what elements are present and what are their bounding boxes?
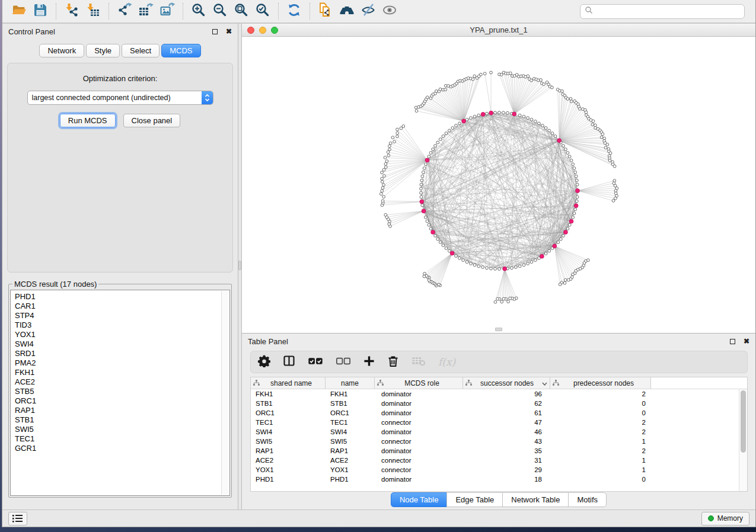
run-mcds-button[interactable]: Run MCDS [60,114,116,127]
window-zoom-icon[interactable] [271,27,278,34]
export-image-icon [160,2,175,20]
eye-button[interactable] [379,2,400,21]
table-row[interactable]: YOX1YOX1connector291 [251,465,747,475]
mcds-result-title: MCDS result (17 nodes) [12,280,98,289]
vertical-splitter[interactable] [238,24,242,509]
table-row[interactable]: RAP1RAP1dominator352 [251,446,747,456]
mcds-node-item[interactable]: PHD1 [15,292,229,302]
mcds-result-list[interactable]: PHD1CAR1STP4TID3YOX1SWI4SRD1PMA2FKH1ACE2… [10,290,230,496]
splitter-handle[interactable] [238,261,241,270]
export-image-button[interactable] [157,2,178,21]
delete-table-button[interactable] [412,355,426,369]
mcds-node-item[interactable]: CAR1 [15,302,229,311]
settings-button[interactable] [258,355,270,369]
column-header-MCDS-role[interactable]: MCDS role [375,377,463,389]
cell: 31 [463,457,550,464]
tab-network-table[interactable]: Network Table [502,492,569,507]
export-table-button[interactable] [135,2,157,21]
close-panel-icon[interactable]: ✖ [226,28,232,35]
column-header-successor-nodes[interactable]: successor nodes [463,377,550,389]
mcds-node-item[interactable]: STP4 [15,311,229,321]
close-panel-button[interactable]: Close panel [123,114,181,127]
tab-edge-table[interactable]: Edge Table [446,492,503,507]
mcds-node-item[interactable]: ORC1 [15,396,229,406]
mcds-node-item[interactable]: TEC1 [15,434,229,444]
binoculars-button[interactable] [336,2,358,21]
mcds-node-item[interactable]: STB1 [15,415,229,425]
mcds-node-item[interactable]: TID3 [15,321,229,330]
table-row[interactable]: ACE2ACE2connector311 [251,456,747,465]
table-tabs: Node TableEdge TableNetwork TableMotifs [242,492,755,509]
delete-columns-button[interactable] [387,355,399,369]
mcds-node-item[interactable]: SRD1 [15,349,229,358]
mcds-node-item[interactable]: ACE2 [15,377,229,387]
criterion-selected-value: largest connected component (undirected) [28,94,202,102]
table-scrollbar[interactable] [739,389,747,491]
mcds-node-item[interactable]: SWI5 [15,425,229,434]
hide-slash-button[interactable] [358,2,379,21]
deselect-all-button[interactable] [336,355,351,369]
column-header-shared-name[interactable]: shared name [251,377,326,389]
horizontal-splitter-handle[interactable] [495,328,502,331]
tab-style[interactable]: Style [86,44,120,57]
add-column-button[interactable] [363,355,375,369]
float-panel-icon[interactable] [212,29,218,34]
float-table-panel-icon[interactable] [730,339,735,344]
mcds-node-item[interactable]: RAP1 [15,406,229,415]
table-row[interactable]: STB1STB1dominator620 [251,399,747,408]
cell: SWI4 [326,428,375,435]
table-row[interactable]: FKH1FKH1dominator962 [251,389,747,399]
tab-motifs[interactable]: Motifs [568,492,607,507]
import-table-button[interactable] [82,2,104,21]
cell: 96 [463,390,550,398]
mcds-list-scrollbar[interactable] [221,291,229,495]
search-input[interactable] [580,4,745,19]
tab-network[interactable]: Network [39,44,84,57]
table-row[interactable]: ORC1ORC1dominator610 [251,408,747,418]
mcds-node-item[interactable]: PMA2 [15,358,229,368]
network-canvas[interactable] [242,37,755,333]
tab-select[interactable]: Select [122,44,160,57]
select-all-button[interactable] [308,355,323,369]
zoom-fit-button[interactable] [231,2,252,21]
refresh-button[interactable] [283,2,305,21]
mcds-node-item[interactable]: YOX1 [15,330,229,339]
network-graph[interactable] [242,37,756,334]
table-scrollbar-thumb[interactable] [741,390,746,453]
table-row[interactable]: SWI4SWI4dominator462 [251,427,747,437]
save-button[interactable] [30,2,51,21]
optimization-criterion-select[interactable]: largest connected component (undirected) [27,91,213,105]
mcds-node-item[interactable]: GCR1 [15,444,229,453]
cell: 1 [550,457,651,464]
import-network-button[interactable] [61,2,82,21]
mcds-node-item[interactable]: STB5 [15,387,229,396]
duplicate-network-button[interactable] [315,2,336,21]
zoom-in-button[interactable] [188,2,209,21]
table-row[interactable]: SWI5SWI5connector431 [251,437,747,446]
column-type-icon [253,379,260,387]
column-header-predecessor-nodes[interactable]: predecessor nodes [550,377,651,389]
zoom-fit-icon [234,2,249,20]
zoom-selected-button[interactable] [252,2,273,21]
close-table-panel-icon[interactable]: ✖ [744,338,749,345]
window-close-icon[interactable] [247,27,254,34]
show-column-button[interactable] [283,355,295,369]
window-minimize-icon[interactable] [259,27,266,34]
tab-mcds[interactable]: MCDS [161,44,200,57]
function-builder-button[interactable]: f(x) [438,355,455,369]
deselect-all-icon [336,356,351,368]
zoom-out-button[interactable] [209,2,231,21]
memory-button[interactable]: Memory [701,512,749,525]
task-history-button[interactable] [8,512,27,525]
cell: 29 [463,466,550,473]
export-network-button[interactable] [114,2,135,21]
cell: connector [375,438,463,445]
mcds-node-item[interactable]: SWI4 [15,339,229,349]
column-header-name[interactable]: name [326,377,375,389]
tab-node-table[interactable]: Node Table [391,492,448,507]
table-row[interactable]: TEC1TEC1connector472 [251,418,747,427]
open-folder-button[interactable] [8,2,30,21]
table-row[interactable]: PHD1PHD1dominator180 [251,475,747,484]
mcds-node-item[interactable]: FKH1 [15,368,229,377]
mcds-result-group: MCDS result (17 nodes) PHD1CAR1STP4TID3Y… [8,280,232,498]
